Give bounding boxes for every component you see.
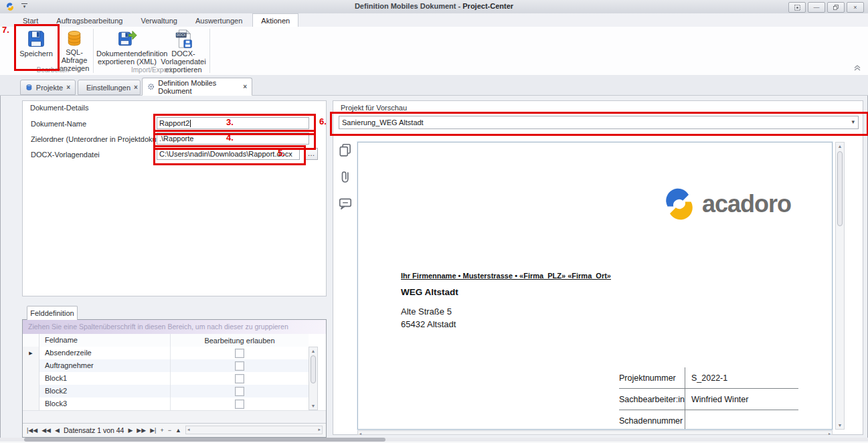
ribbon-tab-bar: Start Auftragsbearbeitung Verwaltung Aus… — [0, 13, 868, 27]
ribbon-tab-aktionen[interactable]: Aktionen — [252, 13, 298, 27]
scroll-down-icon[interactable]: ▼ — [836, 422, 844, 429]
project-select-dropdown[interactable]: Sanierung_WEG Altstadt ▾ — [339, 116, 859, 129]
sql-query-button[interactable]: SQL-Abfrage anzeigen — [58, 27, 91, 69]
projekt-vorschau-panel: Projekt für Vorschau Sanierung_WEG Altst… — [333, 100, 863, 435]
nav-prev-icon[interactable]: ◀ — [55, 427, 60, 434]
tab-close-icon[interactable]: × — [134, 84, 138, 91]
table-row[interactable]: Auftragnehmer — [23, 359, 309, 373]
database-icon — [65, 29, 84, 48]
close-button[interactable]: × — [847, 2, 864, 13]
nav-first-icon[interactable]: |◀◀ — [27, 427, 37, 434]
ribbon-tab-verwaltung[interactable]: Verwaltung — [133, 14, 185, 27]
row-indicator-icon: ▶ — [29, 351, 32, 356]
copy-pages-icon[interactable] — [338, 143, 353, 157]
scroll-down-icon[interactable]: ▼ — [309, 402, 317, 410]
docx-vorlagendatei-input[interactable]: C:\Users\nadin\Downloads\Rapport.docx — [157, 148, 300, 160]
cell-bearbeitung[interactable] — [171, 347, 309, 359]
zielordner-input[interactable]: .\Rapporte — [157, 132, 309, 145]
cell-bearbeitung[interactable] — [171, 397, 309, 410]
projects-database-icon — [25, 83, 33, 92]
checkbox-unchecked[interactable] — [235, 349, 244, 358]
document-preview-page[interactable]: acadoro Ihr Firmenname • Musterstrasse •… — [357, 142, 833, 430]
projekt-vorschau-caption: Projekt für Vorschau — [341, 104, 407, 112]
ribbon-tab-auftragsbearbeitung[interactable]: Auftragsbearbeitung — [48, 14, 131, 27]
scrollbar-thumb[interactable] — [837, 151, 843, 226]
scroll-left-icon[interactable]: ◂ — [359, 431, 361, 436]
doc-schadennummer-label: Schadennummer — [619, 416, 685, 426]
column-header-bearbeitung[interactable]: Bearbeitung erlauben — [171, 334, 309, 347]
selected-project-value: Sanierung_WEG Altstadt — [342, 118, 424, 126]
cell-bearbeitung[interactable] — [171, 359, 309, 372]
preview-horizontal-scrollbar[interactable]: ◂ ▸ — [357, 430, 833, 435]
nav-add-icon[interactable]: + — [160, 427, 163, 434]
preview-vertical-scrollbar[interactable]: ▲ ▼ — [835, 142, 845, 430]
export-xml-label: Dokumentendefinition — [96, 50, 167, 58]
dropdown-arrow-icon[interactable]: ▾ — [851, 118, 855, 125]
browse-file-button[interactable]: … — [305, 148, 318, 160]
scrollbar-thumb[interactable] — [311, 355, 316, 383]
docx-file-icon: DOCX — [173, 29, 193, 49]
doc-projektnummer-label: Projektnummer — [619, 373, 685, 383]
export-definition-xml-button[interactable]: Dokumentendefinition exportieren (XML) — [96, 27, 158, 69]
scroll-left-icon[interactable]: ◂ — [187, 427, 190, 432]
scroll-up-icon[interactable]: ▲ — [309, 347, 317, 355]
tab-definition-mobiles-dokument[interactable]: Definition Mobiles Dokument × — [142, 78, 252, 96]
table-row[interactable]: Block3 — [23, 397, 309, 411]
ribbon-tab-auswertungen[interactable]: Auswertungen — [187, 14, 250, 27]
tab-felddefinition[interactable]: Felddefinition — [27, 306, 78, 320]
scroll-up-icon[interactable]: ▲ — [836, 143, 844, 150]
ribbon-group-bearbeiten-label: Bearbeiten — [13, 66, 92, 74]
save-icon — [26, 29, 46, 49]
checkbox-unchecked[interactable] — [235, 374, 244, 383]
dokument-details-panel: Dokument-Details Dokument-Name Zielordne… — [22, 100, 327, 296]
cell-feldname[interactable]: Block3 — [39, 397, 171, 410]
column-header-feldname[interactable]: Feldname — [39, 334, 171, 347]
grid-vertical-scrollbar[interactable]: ▲ ▼ — [309, 347, 318, 410]
nav-next-icon[interactable]: ▶ — [128, 427, 133, 434]
cell-feldname[interactable]: Absenderzeile — [39, 347, 171, 359]
definition-gear-icon — [147, 82, 155, 91]
restore-button[interactable] — [827, 2, 845, 13]
checkbox-unchecked[interactable] — [235, 361, 244, 371]
navigator-horizontal-scrollbar[interactable]: ◂ ▸ — [185, 426, 323, 434]
doc-recipient-name: WEG Altstadt — [401, 287, 458, 297]
ribbon-tab-start[interactable]: Start — [15, 14, 46, 27]
checkbox-unchecked[interactable] — [235, 387, 244, 396]
cell-bearbeitung[interactable] — [171, 385, 309, 397]
tab-projekte[interactable]: Projekte × — [20, 80, 76, 95]
table-row[interactable]: Block1 — [23, 372, 309, 385]
collapse-ribbon-icon[interactable] — [852, 62, 863, 72]
tab-close-icon[interactable]: × — [243, 83, 247, 90]
grid-groupby-area[interactable]: Ziehen Sie eine Spaltenüberschrift in di… — [23, 320, 326, 334]
nav-remove-icon[interactable]: − — [168, 427, 171, 434]
scroll-right-icon[interactable]: ▸ — [829, 431, 831, 436]
cell-bearbeitung[interactable] — [171, 372, 309, 385]
paperclip-icon[interactable] — [338, 169, 353, 184]
minimize-button[interactable]: — — [808, 2, 825, 13]
tab-definition-label: Definition Mobiles Dokument — [158, 79, 240, 95]
table-row[interactable]: ▶ Absenderzeile — [23, 347, 309, 360]
export-docx-template-button[interactable]: DOCX DOCX-Vorlagendatei exportieren — [159, 27, 207, 69]
nav-next-page-icon[interactable]: ▶▶ — [137, 427, 146, 434]
scroll-right-icon[interactable]: ▸ — [318, 427, 321, 432]
nav-prev-page-icon[interactable]: ◀◀ — [41, 427, 51, 434]
application-window: ▾ Definition Mobiles Dokument - Project-… — [0, 0, 868, 443]
cell-feldname[interactable]: Block2 — [39, 385, 171, 397]
fullscreen-button[interactable] — [788, 2, 806, 13]
dokument-name-input[interactable]: Rapport2 — [157, 117, 309, 129]
table-row[interactable]: Block2 — [23, 385, 309, 398]
cell-feldname[interactable]: Auftragnehmer — [39, 359, 171, 372]
felddefinition-grid: Ziehen Sie eine Spaltenüberschrift in di… — [22, 319, 327, 438]
fullscreen-icon — [794, 4, 801, 11]
save-button[interactable]: Speichern — [17, 27, 55, 69]
checkbox-unchecked[interactable] — [235, 400, 244, 409]
tab-einstellungen[interactable]: Einstellungen × — [78, 80, 141, 95]
row-indicator-cell — [23, 385, 39, 397]
tab-einstellungen-label: Einstellungen — [86, 84, 131, 92]
nav-last-icon[interactable]: ▶| — [150, 427, 156, 434]
window-title: Definition Mobiles Dokument - Project-Ce… — [0, 2, 868, 10]
comment-icon[interactable] — [338, 196, 353, 211]
nav-edit-icon[interactable]: ▲ — [175, 427, 181, 434]
tab-close-icon[interactable]: × — [66, 84, 70, 91]
cell-feldname[interactable]: Block1 — [39, 372, 171, 385]
